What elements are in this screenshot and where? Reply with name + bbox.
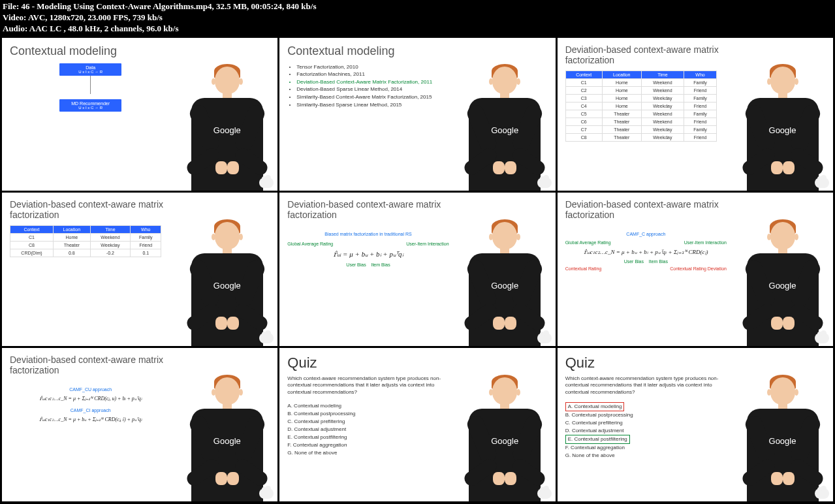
thumbnail[interactable]: Deviation-based context-aware matrix fac… [2, 193, 277, 346]
video-line: Video: AVC, 1280x720, 23.000 FPS, 739 kb… [3, 12, 832, 24]
quiz-question: Which context-aware recommendation syste… [287, 375, 449, 396]
diagram-recommender-box: MD Recommender U x I x C → R [59, 99, 121, 112]
audio-line: Audio: AAC LC , 48.0 kHz, 2 channels, 96… [3, 24, 832, 35]
cloud-icon [815, 333, 829, 343]
approach-label: CAMF_C approach [565, 232, 727, 236]
label-gar: Global Average Rating [565, 240, 611, 245]
label-user-bias: User Bias [346, 262, 366, 267]
label-item-bias: Item Bias [371, 262, 390, 267]
diagram-connector [90, 76, 91, 94]
label-user-bias: User Bias [624, 259, 644, 264]
cloud-icon [815, 178, 829, 188]
cloud-icon [259, 488, 274, 499]
cloud-icon [537, 333, 552, 343]
context-table: ContextLocationTimeWhoC1HomeWeekendFamil… [10, 225, 161, 257]
thumbnail[interactable]: Contextual modeling Data U x I x C → R M… [2, 38, 277, 191]
thumbnail[interactable]: Deviation-based context-aware matrix fac… [558, 38, 833, 191]
slide-title: Deviation-based context-aware matrix fac… [565, 199, 727, 220]
quiz-options: A. Contextual modelingB. Contextual post… [565, 402, 727, 460]
formula-ci: r̂ᵤᵢc₁c₂…c_N = μ + bᵤ + Σⱼ₌₁ᴺ CRD(cⱼ, i)… [10, 417, 171, 422]
shirt-logo: Google [459, 436, 550, 446]
thumbnail[interactable]: Deviation-based context-aware matrix fac… [558, 193, 833, 346]
context-table: ContextLocationTimeWhoC1HomeWeekendFamil… [565, 71, 717, 142]
file-line: File: 46 - Modeling Using Context-Aware … [3, 1, 832, 12]
shirt-logo: Google [459, 125, 550, 135]
thumbnail-grid: Contextual modeling Data U x I x C → R M… [0, 36, 835, 503]
quiz-title: Quiz [565, 354, 727, 371]
slide-title: Deviation-based context-aware matrix fac… [287, 199, 449, 220]
cloud-icon [537, 178, 552, 188]
label-gar: Global Average Rating [287, 242, 333, 246]
cloud-icon [259, 178, 274, 188]
label-crd: Contextual Rating Deviation [670, 266, 727, 271]
cloud-icon [815, 488, 829, 499]
quiz-options: A. Contextual modelingB. Contextual post… [287, 402, 449, 457]
formula: r̂ᵤᵢ = μ + bᵤ + bᵢ + pᵤᵀqᵢ [287, 250, 449, 259]
bullet-list: Tensor Factorization, 2010Factorization … [287, 63, 449, 109]
presenter: Google [732, 193, 833, 346]
file-info-header: File: 46 - Modeling Using Context-Aware … [0, 0, 835, 36]
thumbnail[interactable]: Deviation-based context-aware matrix fac… [279, 193, 555, 346]
cloud-icon [259, 333, 274, 343]
shirt-logo: Google [737, 125, 828, 135]
quiz-question: Which context-aware recommendation syste… [565, 375, 727, 396]
approach-ci: CAMF_CI approach [10, 408, 171, 413]
slide-title: Deviation-based context-aware matrix fac… [10, 354, 171, 375]
presenter: Google [454, 348, 556, 501]
formula: r̂ᵤᵢc₁c₂…c_N = μ + bᵤ + bᵢ + pᵤᵀqᵢ + Σⱼ₌… [565, 249, 727, 255]
thumbnail[interactable]: Contextual modeling Tensor Factorization… [279, 38, 555, 191]
thumbnail[interactable]: Quiz Which context-aware recommendation … [279, 348, 555, 501]
label-contextual-rating: Contextual Rating [565, 266, 602, 271]
slide-title: Contextual modeling [287, 44, 449, 58]
shirt-logo: Google [181, 281, 273, 291]
shirt-logo: Google [181, 436, 273, 446]
shirt-logo: Google [737, 281, 828, 291]
formula-cu: r̂ᵤᵢc₁c₂…c_N = μ + Σⱼ₌₁ᴺ CRD(cⱼ, u) + bᵢ… [10, 396, 171, 402]
presenter: Google [454, 38, 556, 191]
label-uii: User-Item Interaction [684, 240, 727, 245]
shirt-logo: Google [459, 281, 550, 291]
thumbnail[interactable]: Deviation-based context-aware matrix fac… [2, 348, 277, 501]
diagram-data-box: Data U x I x C → R [59, 63, 121, 76]
formula-subtitle: Biased matrix factorization in tradition… [287, 232, 449, 236]
thumbnail[interactable]: Quiz Which context-aware recommendation … [558, 348, 833, 501]
presenter: Google [454, 193, 556, 346]
label-item-bias: Item Bias [649, 259, 668, 264]
slide-title: Contextual modeling [10, 44, 171, 58]
presenter: Google [176, 348, 277, 501]
presenter: Google [732, 38, 833, 191]
slide-title: Deviation-based context-aware matrix fac… [565, 44, 727, 65]
label-uii: User-Item Interaction [406, 242, 449, 246]
quiz-title: Quiz [287, 354, 449, 371]
slide-title: Deviation-based context-aware matrix fac… [10, 199, 171, 220]
shirt-logo: Google [181, 125, 273, 135]
cloud-icon [537, 488, 552, 499]
presenter: Google [176, 193, 277, 346]
shirt-logo: Google [737, 436, 828, 446]
presenter: Google [176, 38, 277, 191]
approach-cu: CAMF_CU approach [10, 387, 171, 392]
presenter: Google [732, 348, 833, 501]
